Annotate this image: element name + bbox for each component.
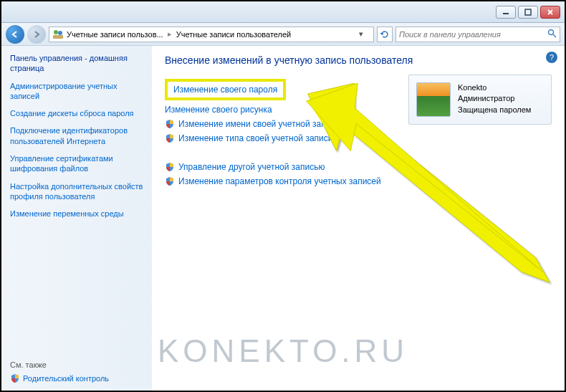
close-button[interactable]: [540, 6, 560, 19]
svg-point-2: [54, 30, 58, 34]
svg-line-6: [553, 34, 556, 37]
breadcrumb-part-1[interactable]: Учетные записи пользов...: [65, 30, 165, 39]
manage-other-link[interactable]: Управление другой учетной записью: [165, 162, 552, 172]
help-button[interactable]: ?: [546, 52, 557, 63]
forward-button[interactable]: [27, 25, 46, 44]
shield-icon: [10, 373, 20, 383]
shield-icon: [165, 133, 175, 143]
search-box[interactable]: [395, 27, 560, 42]
main-area: Панель управления - домашняя страница Ад…: [1, 46, 565, 391]
user-role: Администратор: [458, 93, 531, 104]
svg-rect-1: [525, 9, 531, 15]
sidebar-link-1[interactable]: Создание дискеты сброса пароля: [10, 108, 143, 118]
sidebar-link-3[interactable]: Управление сертификатами шифрования файл…: [10, 153, 143, 174]
shield-icon: [165, 176, 175, 186]
svg-rect-0: [503, 13, 509, 14]
user-status: Защищена паролем: [458, 105, 531, 115]
sidebar-link-4[interactable]: Настройка дополнительных свойств профиля…: [10, 181, 143, 202]
svg-point-5: [549, 29, 554, 34]
breadcrumb-dropdown[interactable]: ▾: [359, 29, 370, 39]
see-also-label: См. также: [10, 360, 143, 369]
user-accounts-icon: [52, 29, 64, 40]
highlighted-action: Изменение своего пароля: [165, 79, 286, 100]
shield-icon: [165, 162, 175, 172]
refresh-button[interactable]: [377, 27, 393, 42]
maximize-button[interactable]: [518, 6, 538, 19]
breadcrumb-part-2[interactable]: Учетные записи пользователей: [175, 30, 293, 39]
sidebar-link-0[interactable]: Администрирование учетных записей: [10, 81, 143, 102]
page-title: Внесение изменений в учетную запись поль…: [165, 54, 552, 66]
navigation-bar: Учетные записи пользов... ▸ Учетные запи…: [1, 23, 565, 46]
user-name: Konekto: [458, 82, 531, 93]
search-input[interactable]: [399, 30, 547, 39]
uac-settings-link[interactable]: Изменение параметров контроля учетных за…: [165, 176, 552, 186]
change-password-link[interactable]: Изменение своего пароля: [173, 85, 277, 95]
parental-control-label: Родительский контроль: [23, 374, 109, 383]
minimize-button[interactable]: [496, 6, 516, 19]
content-area: ? Внесение изменений в учетную запись по…: [152, 46, 565, 391]
refresh-icon: [380, 29, 390, 39]
arrow-right-icon: [32, 30, 41, 39]
svg-point-3: [58, 31, 62, 35]
back-button[interactable]: [6, 25, 24, 44]
chevron-right-icon[interactable]: ▸: [166, 29, 173, 39]
sidebar-link-5[interactable]: Изменение переменных среды: [10, 209, 143, 219]
breadcrumb[interactable]: Учетные записи пользов... ▸ Учетные запи…: [49, 27, 374, 42]
arrow-left-icon: [11, 30, 19, 39]
shield-icon: [165, 119, 175, 129]
parental-control-link[interactable]: Родительский контроль: [10, 373, 143, 383]
user-card: Konekto Администратор Защищена паролем: [408, 75, 552, 125]
maximize-icon: [524, 9, 532, 16]
title-bar: [1, 1, 565, 23]
sidebar: Панель управления - домашняя страница Ад…: [1, 46, 152, 391]
svg-rect-4: [53, 35, 63, 39]
sidebar-home-link[interactable]: Панель управления - домашняя страница: [10, 53, 143, 74]
close-icon: [547, 9, 554, 16]
user-avatar: [416, 82, 451, 117]
sidebar-link-2[interactable]: Подключение идентификаторов пользователе…: [10, 125, 143, 146]
user-info: Konekto Администратор Защищена паролем: [458, 82, 531, 117]
search-icon: [547, 29, 557, 40]
change-type-link[interactable]: Изменение типа своей учетной записи: [165, 133, 552, 143]
minimize-icon: [502, 9, 509, 16]
